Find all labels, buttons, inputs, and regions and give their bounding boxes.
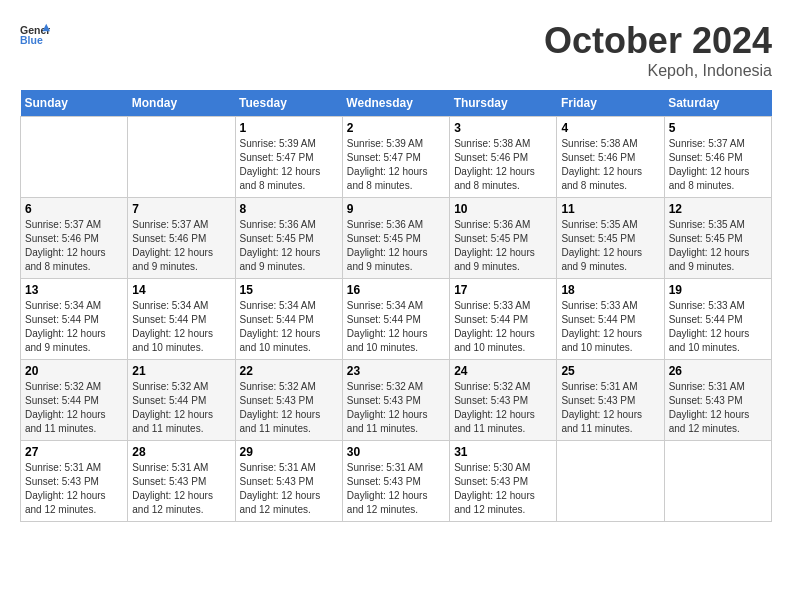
day-cell: 13Sunrise: 5:34 AM Sunset: 5:44 PM Dayli… <box>21 279 128 360</box>
days-header-row: SundayMondayTuesdayWednesdayThursdayFrid… <box>21 90 772 117</box>
day-info: Sunrise: 5:33 AM Sunset: 5:44 PM Dayligh… <box>561 299 659 355</box>
day-info: Sunrise: 5:31 AM Sunset: 5:43 PM Dayligh… <box>347 461 445 517</box>
day-info: Sunrise: 5:32 AM Sunset: 5:43 PM Dayligh… <box>347 380 445 436</box>
day-info: Sunrise: 5:33 AM Sunset: 5:44 PM Dayligh… <box>454 299 552 355</box>
day-number: 12 <box>669 202 767 216</box>
day-info: Sunrise: 5:31 AM Sunset: 5:43 PM Dayligh… <box>240 461 338 517</box>
day-number: 30 <box>347 445 445 459</box>
day-info: Sunrise: 5:31 AM Sunset: 5:43 PM Dayligh… <box>132 461 230 517</box>
day-number: 24 <box>454 364 552 378</box>
day-info: Sunrise: 5:31 AM Sunset: 5:43 PM Dayligh… <box>669 380 767 436</box>
day-number: 3 <box>454 121 552 135</box>
day-info: Sunrise: 5:37 AM Sunset: 5:46 PM Dayligh… <box>25 218 123 274</box>
day-info: Sunrise: 5:35 AM Sunset: 5:45 PM Dayligh… <box>669 218 767 274</box>
day-number: 22 <box>240 364 338 378</box>
day-number: 31 <box>454 445 552 459</box>
day-number: 23 <box>347 364 445 378</box>
day-cell: 12Sunrise: 5:35 AM Sunset: 5:45 PM Dayli… <box>664 198 771 279</box>
day-number: 16 <box>347 283 445 297</box>
day-cell: 20Sunrise: 5:32 AM Sunset: 5:44 PM Dayli… <box>21 360 128 441</box>
day-number: 19 <box>669 283 767 297</box>
day-cell <box>21 117 128 198</box>
day-cell: 30Sunrise: 5:31 AM Sunset: 5:43 PM Dayli… <box>342 441 449 522</box>
week-row-1: 1Sunrise: 5:39 AM Sunset: 5:47 PM Daylig… <box>21 117 772 198</box>
day-number: 8 <box>240 202 338 216</box>
day-number: 25 <box>561 364 659 378</box>
day-number: 29 <box>240 445 338 459</box>
day-cell: 24Sunrise: 5:32 AM Sunset: 5:43 PM Dayli… <box>450 360 557 441</box>
day-cell: 11Sunrise: 5:35 AM Sunset: 5:45 PM Dayli… <box>557 198 664 279</box>
day-info: Sunrise: 5:36 AM Sunset: 5:45 PM Dayligh… <box>454 218 552 274</box>
day-info: Sunrise: 5:38 AM Sunset: 5:46 PM Dayligh… <box>561 137 659 193</box>
day-cell: 26Sunrise: 5:31 AM Sunset: 5:43 PM Dayli… <box>664 360 771 441</box>
header: General Blue October 2024 Kepoh, Indones… <box>20 20 772 80</box>
day-cell <box>664 441 771 522</box>
day-cell: 21Sunrise: 5:32 AM Sunset: 5:44 PM Dayli… <box>128 360 235 441</box>
day-cell: 5Sunrise: 5:37 AM Sunset: 5:46 PM Daylig… <box>664 117 771 198</box>
week-row-5: 27Sunrise: 5:31 AM Sunset: 5:43 PM Dayli… <box>21 441 772 522</box>
header-tuesday: Tuesday <box>235 90 342 117</box>
day-cell: 7Sunrise: 5:37 AM Sunset: 5:46 PM Daylig… <box>128 198 235 279</box>
location-title: Kepoh, Indonesia <box>544 62 772 80</box>
day-info: Sunrise: 5:34 AM Sunset: 5:44 PM Dayligh… <box>240 299 338 355</box>
day-cell: 8Sunrise: 5:36 AM Sunset: 5:45 PM Daylig… <box>235 198 342 279</box>
day-number: 21 <box>132 364 230 378</box>
day-info: Sunrise: 5:37 AM Sunset: 5:46 PM Dayligh… <box>669 137 767 193</box>
day-number: 9 <box>347 202 445 216</box>
day-number: 14 <box>132 283 230 297</box>
day-number: 11 <box>561 202 659 216</box>
day-cell: 31Sunrise: 5:30 AM Sunset: 5:43 PM Dayli… <box>450 441 557 522</box>
day-cell: 1Sunrise: 5:39 AM Sunset: 5:47 PM Daylig… <box>235 117 342 198</box>
day-cell: 15Sunrise: 5:34 AM Sunset: 5:44 PM Dayli… <box>235 279 342 360</box>
header-monday: Monday <box>128 90 235 117</box>
day-cell: 17Sunrise: 5:33 AM Sunset: 5:44 PM Dayli… <box>450 279 557 360</box>
day-cell: 3Sunrise: 5:38 AM Sunset: 5:46 PM Daylig… <box>450 117 557 198</box>
logo: General Blue <box>20 20 50 50</box>
day-number: 18 <box>561 283 659 297</box>
day-info: Sunrise: 5:30 AM Sunset: 5:43 PM Dayligh… <box>454 461 552 517</box>
month-title: October 2024 <box>544 20 772 62</box>
header-friday: Friday <box>557 90 664 117</box>
week-row-4: 20Sunrise: 5:32 AM Sunset: 5:44 PM Dayli… <box>21 360 772 441</box>
day-number: 6 <box>25 202 123 216</box>
day-info: Sunrise: 5:35 AM Sunset: 5:45 PM Dayligh… <box>561 218 659 274</box>
day-number: 2 <box>347 121 445 135</box>
day-info: Sunrise: 5:34 AM Sunset: 5:44 PM Dayligh… <box>132 299 230 355</box>
week-row-3: 13Sunrise: 5:34 AM Sunset: 5:44 PM Dayli… <box>21 279 772 360</box>
day-cell: 4Sunrise: 5:38 AM Sunset: 5:46 PM Daylig… <box>557 117 664 198</box>
week-row-2: 6Sunrise: 5:37 AM Sunset: 5:46 PM Daylig… <box>21 198 772 279</box>
day-number: 4 <box>561 121 659 135</box>
day-cell: 28Sunrise: 5:31 AM Sunset: 5:43 PM Dayli… <box>128 441 235 522</box>
header-saturday: Saturday <box>664 90 771 117</box>
day-info: Sunrise: 5:38 AM Sunset: 5:46 PM Dayligh… <box>454 137 552 193</box>
day-info: Sunrise: 5:39 AM Sunset: 5:47 PM Dayligh… <box>347 137 445 193</box>
day-info: Sunrise: 5:36 AM Sunset: 5:45 PM Dayligh… <box>240 218 338 274</box>
day-cell: 19Sunrise: 5:33 AM Sunset: 5:44 PM Dayli… <box>664 279 771 360</box>
day-info: Sunrise: 5:34 AM Sunset: 5:44 PM Dayligh… <box>25 299 123 355</box>
day-cell: 23Sunrise: 5:32 AM Sunset: 5:43 PM Dayli… <box>342 360 449 441</box>
day-cell: 25Sunrise: 5:31 AM Sunset: 5:43 PM Dayli… <box>557 360 664 441</box>
day-info: Sunrise: 5:33 AM Sunset: 5:44 PM Dayligh… <box>669 299 767 355</box>
header-wednesday: Wednesday <box>342 90 449 117</box>
day-cell: 14Sunrise: 5:34 AM Sunset: 5:44 PM Dayli… <box>128 279 235 360</box>
day-number: 13 <box>25 283 123 297</box>
header-thursday: Thursday <box>450 90 557 117</box>
day-number: 15 <box>240 283 338 297</box>
day-number: 28 <box>132 445 230 459</box>
day-number: 26 <box>669 364 767 378</box>
day-number: 5 <box>669 121 767 135</box>
day-cell: 6Sunrise: 5:37 AM Sunset: 5:46 PM Daylig… <box>21 198 128 279</box>
day-number: 27 <box>25 445 123 459</box>
day-cell: 18Sunrise: 5:33 AM Sunset: 5:44 PM Dayli… <box>557 279 664 360</box>
day-number: 1 <box>240 121 338 135</box>
day-info: Sunrise: 5:32 AM Sunset: 5:43 PM Dayligh… <box>240 380 338 436</box>
logo-icon: General Blue <box>20 20 50 50</box>
day-cell: 22Sunrise: 5:32 AM Sunset: 5:43 PM Dayli… <box>235 360 342 441</box>
svg-text:Blue: Blue <box>20 34 43 46</box>
day-info: Sunrise: 5:36 AM Sunset: 5:45 PM Dayligh… <box>347 218 445 274</box>
day-number: 7 <box>132 202 230 216</box>
day-info: Sunrise: 5:32 AM Sunset: 5:44 PM Dayligh… <box>25 380 123 436</box>
day-number: 20 <box>25 364 123 378</box>
day-info: Sunrise: 5:34 AM Sunset: 5:44 PM Dayligh… <box>347 299 445 355</box>
day-number: 17 <box>454 283 552 297</box>
